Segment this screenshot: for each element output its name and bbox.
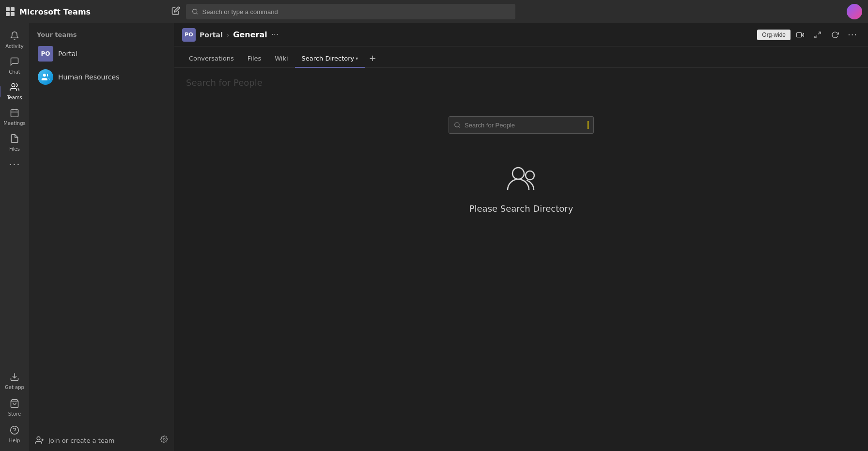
more-icon: ··· — [9, 159, 20, 170]
help-label: Help — [9, 438, 20, 443]
directory-search-icon — [454, 122, 461, 128]
tab-files[interactable]: Files — [241, 50, 268, 68]
more-options-button[interactable]: ··· — [845, 27, 860, 43]
svg-marker-20 — [802, 33, 804, 36]
global-search-bar[interactable] — [186, 4, 515, 19]
chat-label: Chat — [9, 69, 20, 75]
sidebar-item-more[interactable]: ··· — [2, 156, 27, 174]
search-directory-chevron: ▾ — [356, 56, 358, 61]
channel-header-right: Org-wide — [757, 27, 860, 43]
svg-rect-3 — [11, 12, 15, 16]
settings-button[interactable] — [160, 435, 168, 445]
left-nav: Activity Chat Teams — [0, 23, 29, 451]
tab-search-directory[interactable]: Search Directory ▾ — [295, 50, 365, 68]
channel-header-left: PO Portal › General ··· — [182, 28, 753, 42]
breadcrumb-arrow: › — [227, 31, 230, 39]
svg-rect-2 — [6, 12, 10, 16]
teams-icon — [10, 82, 19, 93]
meet-icon — [796, 31, 804, 39]
svg-point-16 — [37, 437, 40, 440]
nav-bottom: Get app Store — [2, 368, 27, 447]
hr-avatar — [38, 69, 53, 85]
refresh-icon — [831, 31, 839, 39]
expand-button[interactable] — [810, 27, 825, 43]
please-search-text: Please Search Directory — [469, 203, 574, 214]
activity-icon — [10, 31, 19, 42]
compose-icon[interactable] — [171, 6, 180, 17]
sidebar-item-get-app[interactable]: Get app — [2, 368, 27, 394]
avatar[interactable] — [847, 4, 862, 19]
sidebar-header: Your teams — [29, 23, 174, 42]
main-content: Search for People — [174, 68, 868, 451]
activity-label: Activity — [5, 44, 23, 49]
svg-rect-7 — [11, 109, 18, 117]
settings-icon — [160, 435, 168, 443]
hr-people-icon — [41, 73, 50, 81]
svg-point-4 — [193, 9, 197, 14]
channel-name: General — [233, 30, 267, 39]
tab-wiki[interactable]: Wiki — [268, 50, 294, 68]
teams-label: Teams — [7, 95, 22, 100]
svg-point-6 — [12, 84, 15, 87]
directory-search-box[interactable] — [449, 116, 594, 134]
portal-channel-badge: PO — [182, 28, 196, 42]
sidebar-item-store[interactable]: Store — [2, 395, 27, 420]
get-app-label: Get app — [5, 385, 24, 390]
svg-point-27 — [526, 171, 534, 180]
top-bar-right — [847, 4, 862, 19]
add-tab-button[interactable]: + — [365, 50, 380, 65]
org-wide-button[interactable]: Org-wide — [757, 30, 790, 40]
search-icon — [192, 8, 199, 15]
svg-point-26 — [512, 168, 524, 179]
svg-point-13 — [11, 426, 19, 435]
content-area: PO Portal › General ··· Org-wide — [174, 23, 868, 451]
sidebar-footer: Join or create a team — [29, 430, 174, 451]
sidebar-item-meetings[interactable]: Meetings — [2, 104, 27, 130]
portal-avatar: PO — [38, 46, 53, 62]
expand-icon — [814, 31, 822, 39]
app-title: Microsoft Teams — [19, 7, 91, 16]
sidebar-item-chat[interactable]: Chat — [2, 53, 27, 78]
meetings-label: Meetings — [3, 121, 26, 126]
meetings-icon — [10, 108, 19, 119]
portal-team-name: Portal — [58, 50, 165, 58]
directory-search-input[interactable] — [465, 122, 584, 129]
tabs-bar: Conversations Files Wiki Search Director… — [174, 47, 868, 68]
help-icon — [10, 425, 19, 436]
svg-line-5 — [196, 13, 197, 14]
meet-now-button[interactable] — [792, 27, 808, 43]
directory-empty-state: Please Search Directory — [469, 163, 574, 214]
channel-header: PO Portal › General ··· Org-wide — [174, 23, 868, 47]
files-icon — [10, 134, 19, 145]
tab-conversations[interactable]: Conversations — [182, 50, 241, 68]
sidebar-item-teams[interactable]: Teams — [2, 78, 27, 104]
sidebar-item-help[interactable]: Help — [2, 421, 27, 447]
svg-line-22 — [818, 32, 821, 34]
sidebar-item-activity[interactable]: Activity — [2, 27, 27, 53]
store-label: Store — [8, 411, 21, 417]
svg-point-19 — [163, 438, 165, 440]
channel-options-button[interactable]: ··· — [271, 30, 279, 39]
svg-point-15 — [43, 74, 46, 77]
main-layout: Activity Chat Teams — [0, 23, 868, 451]
store-icon — [10, 399, 19, 410]
svg-point-24 — [455, 123, 459, 127]
portal-channel-name[interactable]: Portal — [200, 31, 223, 39]
teams-sidebar: Your teams PO Portal ··· Human Resources… — [29, 23, 174, 451]
sidebar-item-files[interactable]: Files — [2, 130, 27, 156]
svg-line-25 — [459, 126, 460, 128]
directory-center: Please Search Directory — [174, 68, 868, 451]
team-item-human-resources[interactable]: Human Resources ··· — [32, 65, 171, 89]
global-search-input[interactable] — [202, 8, 510, 16]
team-item-portal[interactable]: PO Portal ··· — [32, 42, 171, 65]
search-cursor — [588, 121, 589, 129]
get-app-icon — [10, 372, 19, 383]
join-team-icon — [35, 435, 45, 445]
chat-icon — [10, 57, 19, 68]
top-bar: Microsoft Teams — [0, 0, 868, 23]
join-create-team-label[interactable]: Join or create a team — [48, 437, 114, 444]
svg-rect-21 — [797, 32, 802, 37]
people-search-icon — [506, 163, 537, 196]
app-grid-icon[interactable] — [6, 7, 15, 16]
refresh-button[interactable] — [827, 27, 843, 43]
